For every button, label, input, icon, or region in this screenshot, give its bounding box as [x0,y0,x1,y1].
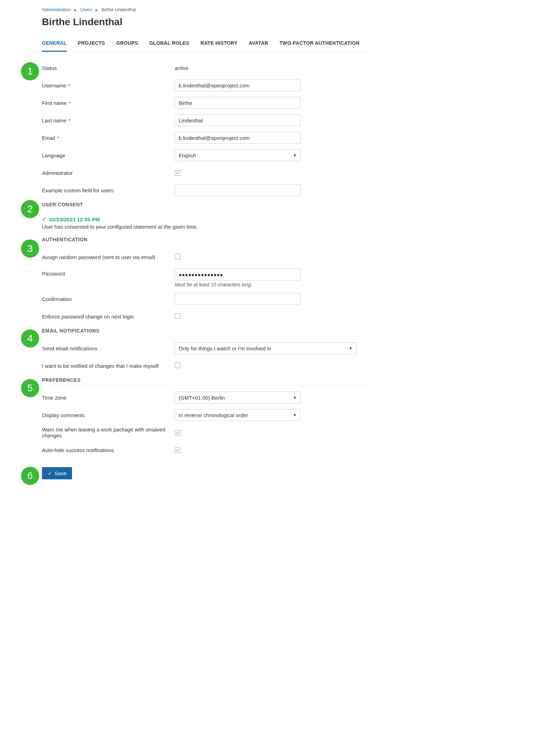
enforce-password-checkbox[interactable] [175,313,180,319]
enforce-password-label: Enforce password change on next login [42,314,175,320]
confirmation-field[interactable] [175,293,301,305]
consent-timestamp: 02/23/2021 12:55 PM [49,216,100,222]
send-email-select[interactable]: Only for things I watch or I'm involved … [175,342,357,354]
password-hint: Must be at least 10 characters long. [175,282,301,287]
password-field[interactable] [175,269,301,280]
status-value: active [175,65,188,71]
assign-random-password-label: Assign random password (sent to user via… [42,254,175,260]
assign-random-password-checkbox[interactable] [175,254,180,259]
email-label: Email * [42,135,175,141]
check-icon: ✓ [48,471,52,476]
send-email-label: Send email notifications [42,345,175,351]
step-badge-3: 3 [21,239,39,258]
consent-description: User has consented to your configured st… [42,224,371,230]
firstname-label: First name * [42,100,175,106]
step-badge-1: 1 [21,62,39,80]
autohide-checkbox[interactable] [175,448,180,453]
breadcrumb-current: Birthe Lindenthal [102,7,136,12]
chevron-right-icon: ▶ [95,8,98,12]
password-label: Password [42,269,175,277]
chevron-down-icon: ▼ [293,395,297,400]
tab-two-factor[interactable]: TWO-FACTOR AUTHENTICATION [280,37,360,52]
display-comments-select-value: In reverse chronological order [179,412,248,418]
self-notify-label: I want to be notified of changes that I … [42,363,175,369]
step-badge-2: 2 [21,200,39,218]
email-field[interactable] [175,132,301,144]
breadcrumb-users[interactable]: Users [80,7,92,12]
custom-field-input[interactable] [175,184,301,196]
tab-global-roles[interactable]: GLOBAL ROLES [149,37,189,52]
warn-unsaved-label: Warn me when leaving a work package with… [42,427,175,438]
autohide-label: Auto-hide success notifications [42,447,175,453]
lastname-field[interactable] [175,114,301,126]
tab-rate-history[interactable]: RATE HISTORY [201,37,238,52]
confirmation-label: Confirmation [42,296,175,302]
self-notify-checkbox[interactable] [175,363,180,368]
check-icon: ✓ [42,216,46,222]
firstname-field[interactable] [175,97,301,109]
custom-field-label: Example custom field for users [42,187,175,193]
timezone-select-value: (GMT+01:00) Berlin [179,395,225,401]
username-field[interactable] [175,79,301,91]
breadcrumb: Administration ▶ Users ▶ Birthe Lindenth… [21,7,371,12]
display-comments-label: Display comments [42,412,175,418]
chevron-down-icon: ▼ [293,413,297,417]
chevron-right-icon: ▶ [74,8,77,12]
email-notifications-heading: EMAIL NOTIFICATIONS [42,328,371,336]
warn-unsaved-checkbox[interactable] [175,430,180,436]
consent-timestamp-line: ✓ 02/23/2021 12:55 PM [42,216,371,222]
preferences-heading: PREFERENCES [42,377,371,385]
save-button[interactable]: ✓ Save [42,467,72,479]
lastname-label: Last name * [42,117,175,123]
language-label: Language [42,152,175,158]
administrator-label: Administrator [42,170,175,176]
tabs: GENERAL PROJECTS GROUPS GLOBAL ROLES RAT… [21,37,371,52]
step-badge-5: 5 [21,379,39,397]
page-title: Birthe Lindenthal [21,16,371,28]
display-comments-select[interactable]: In reverse chronological order ▼ [175,409,301,421]
username-label: Username * [42,83,175,88]
authentication-heading: AUTHENTICATION [42,237,371,245]
timezone-label: Time zone [42,395,175,401]
chevron-down-icon: ▼ [293,153,297,157]
language-select-value: English [179,152,196,158]
save-button-label: Save [55,470,66,476]
language-select[interactable]: English ▼ [175,149,301,161]
send-email-select-value: Only for things I watch or I'm involved … [179,345,271,351]
user-consent-heading: USER CONSENT [42,202,371,210]
administrator-checkbox[interactable] [175,170,180,176]
step-badge-6: 6 [21,467,39,485]
status-label: Status [42,65,175,71]
breadcrumb-admin[interactable]: Administration [42,7,71,12]
chevron-down-icon: ▼ [349,346,353,350]
timezone-select[interactable]: (GMT+01:00) Berlin ▼ [175,392,301,403]
tab-groups[interactable]: GROUPS [116,37,138,52]
tab-avatar[interactable]: AVATAR [249,37,268,52]
tab-projects[interactable]: PROJECTS [78,37,105,52]
step-badge-4: 4 [21,329,39,348]
tab-general[interactable]: GENERAL [42,37,67,52]
